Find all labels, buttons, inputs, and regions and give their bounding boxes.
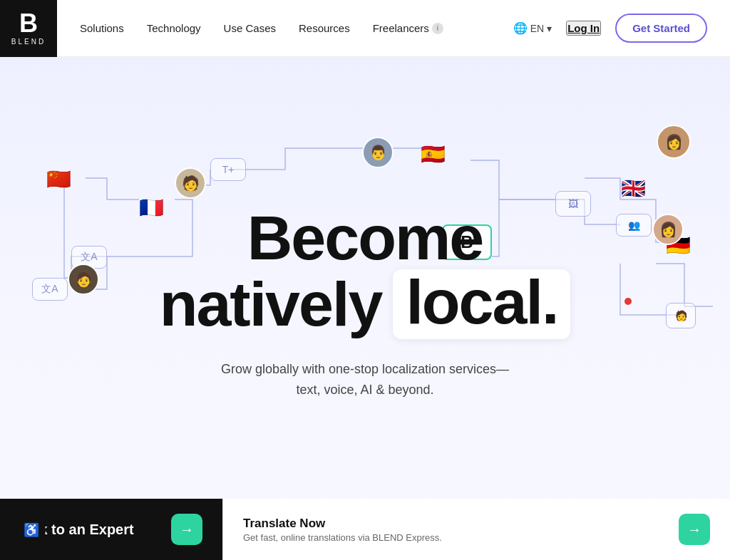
logo[interactable]: B BLEND xyxy=(0,0,57,57)
arrow-icon: → xyxy=(180,522,194,538)
red-dot xyxy=(624,298,632,305)
nav-solutions[interactable]: Solutions xyxy=(80,22,124,34)
group-icon-box: 👥 xyxy=(616,214,652,237)
cta-bar: Talk to an Expert → Translate Now Get fa… xyxy=(0,499,730,560)
hero-subtext: Grow globally with one-stop localization… xyxy=(160,359,571,400)
avatar-1: 🧑 xyxy=(175,167,206,199)
headline-natively: natively xyxy=(160,273,382,336)
text-icon-box: T+ xyxy=(210,158,246,181)
nav-technology[interactable]: Technology xyxy=(147,22,201,34)
headline-line2: natively local. xyxy=(160,269,571,339)
cta-translate[interactable]: Translate Now Get fast, online translati… xyxy=(223,499,730,560)
lang-arrow: ▾ xyxy=(547,23,552,34)
flag-uk: 🇬🇧 xyxy=(621,177,646,200)
navbar: B BLEND Solutions Technology Use Cases R… xyxy=(0,0,730,57)
nav-freelancers[interactable]: Freelancers xyxy=(373,22,429,34)
cta-translate-title: Translate Now xyxy=(243,517,442,531)
avatar-2: 👨 xyxy=(362,137,394,168)
get-started-button[interactable]: Get Started xyxy=(615,14,707,43)
person-icon-box: 🧑 xyxy=(666,303,696,328)
nav-use-cases[interactable]: Use Cases xyxy=(224,22,276,34)
hero-section: 🇨🇳 🇫🇷 🇪🇸 🇬🇧 🇩🇪 T+ 文A 文A 🖼 👥 B 🧑 🧑 👨 👩 👩 … xyxy=(0,57,730,560)
hero-text: Become natively local. Grow globally wit… xyxy=(160,207,571,400)
headline-line1: Become xyxy=(160,207,571,269)
flag-spain: 🇪🇸 xyxy=(421,142,446,166)
accessibility-button[interactable]: ♿ xyxy=(17,516,46,544)
language-selector[interactable]: 🌐 EN ▾ xyxy=(513,21,552,35)
cta-expert-arrow[interactable]: → xyxy=(171,514,202,545)
logo-text: BLEND xyxy=(11,38,46,46)
cta-translate-arrow[interactable]: → xyxy=(679,514,710,545)
cta-translate-sub: Get fast, online translations via BLEND … xyxy=(243,532,442,543)
freelancers-info-badge[interactable]: i xyxy=(432,23,443,34)
globe-icon: 🌐 xyxy=(513,21,528,35)
nav-links: Solutions Technology Use Cases Resources… xyxy=(80,22,513,34)
lang-label: EN xyxy=(530,23,544,34)
headline-local: local. xyxy=(406,266,557,337)
logo-letter: B xyxy=(19,11,38,36)
nav-freelancers-wrap[interactable]: Freelancers i xyxy=(373,22,443,34)
translate-icon-box-2: 文A xyxy=(32,278,68,301)
translate-arrow-icon: → xyxy=(687,522,701,538)
avatar-3: 👩 xyxy=(657,125,691,159)
avatar-4: 👩 xyxy=(652,214,684,245)
cta-translate-content: Translate Now Get fast, online translati… xyxy=(243,517,442,543)
accessibility-icon: ♿ xyxy=(24,522,39,538)
nav-right: 🌐 EN ▾ Log In Get Started xyxy=(513,14,707,43)
login-button[interactable]: Log In xyxy=(566,21,601,36)
nav-resources[interactable]: Resources xyxy=(299,22,350,34)
avatar-5: 🧑 xyxy=(68,264,99,295)
headline-local-box: local. xyxy=(393,269,570,339)
flag-china: 🇨🇳 xyxy=(46,167,71,191)
